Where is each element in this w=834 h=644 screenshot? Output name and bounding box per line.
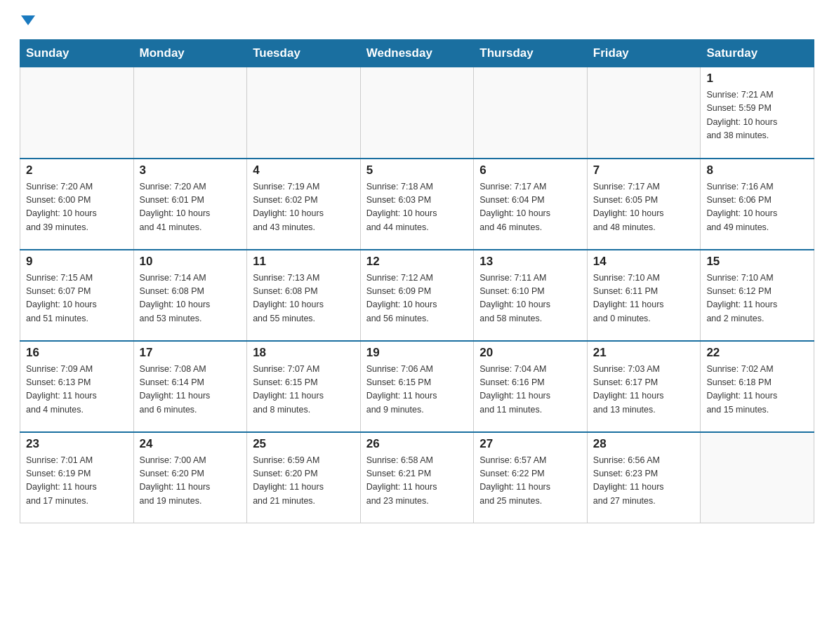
calendar-week-row: 2Sunrise: 7:20 AM Sunset: 6:00 PM Daylig… <box>20 159 814 250</box>
calendar-cell: 3Sunrise: 7:20 AM Sunset: 6:01 PM Daylig… <box>133 159 247 250</box>
calendar-cell: 10Sunrise: 7:14 AM Sunset: 6:08 PM Dayli… <box>133 250 247 341</box>
day-number: 25 <box>253 437 355 451</box>
calendar-cell: 21Sunrise: 7:03 AM Sunset: 6:17 PM Dayli… <box>587 341 701 432</box>
calendar-cell: 4Sunrise: 7:19 AM Sunset: 6:02 PM Daylig… <box>247 159 361 250</box>
calendar-cell: 24Sunrise: 7:00 AM Sunset: 6:20 PM Dayli… <box>133 432 247 523</box>
weekday-header-friday: Friday <box>587 40 701 67</box>
day-number: 23 <box>26 437 128 451</box>
day-number: 16 <box>26 346 128 360</box>
day-info: Sunrise: 7:14 AM Sunset: 6:08 PM Dayligh… <box>140 271 241 326</box>
day-info: Sunrise: 7:09 AM Sunset: 6:13 PM Dayligh… <box>26 363 128 417</box>
day-number: 5 <box>366 163 468 177</box>
weekday-header-thursday: Thursday <box>474 40 588 67</box>
page-header <box>20 17 814 27</box>
day-info: Sunrise: 7:21 AM Sunset: 5:59 PM Dayligh… <box>706 88 808 143</box>
day-info: Sunrise: 6:56 AM Sunset: 6:23 PM Dayligh… <box>593 454 695 509</box>
calendar-cell: 12Sunrise: 7:12 AM Sunset: 6:09 PM Dayli… <box>360 250 474 341</box>
day-info: Sunrise: 7:02 AM Sunset: 6:18 PM Dayligh… <box>706 363 808 417</box>
day-number: 17 <box>140 346 241 360</box>
calendar-cell: 11Sunrise: 7:13 AM Sunset: 6:08 PM Dayli… <box>247 250 361 341</box>
day-number: 8 <box>706 163 808 177</box>
calendar-cell: 15Sunrise: 7:10 AM Sunset: 6:12 PM Dayli… <box>701 250 814 341</box>
calendar-cell: 28Sunrise: 6:56 AM Sunset: 6:23 PM Dayli… <box>587 432 701 523</box>
weekday-header-row: SundayMondayTuesdayWednesdayThursdayFrid… <box>20 40 814 67</box>
day-number: 27 <box>479 437 581 451</box>
calendar-cell: 22Sunrise: 7:02 AM Sunset: 6:18 PM Dayli… <box>701 341 814 432</box>
calendar-cell: 18Sunrise: 7:07 AM Sunset: 6:15 PM Dayli… <box>247 341 361 432</box>
day-info: Sunrise: 7:10 AM Sunset: 6:11 PM Dayligh… <box>593 271 695 326</box>
weekday-header-wednesday: Wednesday <box>360 40 474 67</box>
weekday-header-tuesday: Tuesday <box>247 40 361 67</box>
logo-triangle-icon <box>21 15 35 25</box>
calendar-cell <box>360 67 474 159</box>
weekday-header-monday: Monday <box>133 40 247 67</box>
calendar-cell <box>587 67 701 159</box>
day-number: 11 <box>253 255 355 269</box>
calendar-cell: 8Sunrise: 7:16 AM Sunset: 6:06 PM Daylig… <box>701 159 814 250</box>
calendar-week-row: 23Sunrise: 7:01 AM Sunset: 6:19 PM Dayli… <box>20 432 814 523</box>
day-number: 7 <box>593 163 695 177</box>
calendar-cell: 19Sunrise: 7:06 AM Sunset: 6:15 PM Dayli… <box>360 341 474 432</box>
day-info: Sunrise: 6:57 AM Sunset: 6:22 PM Dayligh… <box>479 454 581 509</box>
day-number: 13 <box>479 255 581 269</box>
calendar-cell: 13Sunrise: 7:11 AM Sunset: 6:10 PM Dayli… <box>474 250 588 341</box>
day-info: Sunrise: 7:17 AM Sunset: 6:05 PM Dayligh… <box>593 180 695 235</box>
weekday-header-sunday: Sunday <box>20 40 134 67</box>
day-number: 1 <box>706 72 808 86</box>
day-info: Sunrise: 7:17 AM Sunset: 6:04 PM Dayligh… <box>479 180 581 235</box>
calendar-week-row: 16Sunrise: 7:09 AM Sunset: 6:13 PM Dayli… <box>20 341 814 432</box>
day-number: 15 <box>706 255 808 269</box>
calendar-cell: 2Sunrise: 7:20 AM Sunset: 6:00 PM Daylig… <box>20 159 134 250</box>
day-info: Sunrise: 7:00 AM Sunset: 6:20 PM Dayligh… <box>140 454 241 509</box>
day-info: Sunrise: 7:19 AM Sunset: 6:02 PM Dayligh… <box>253 180 355 235</box>
day-number: 18 <box>253 346 355 360</box>
calendar-week-row: 1Sunrise: 7:21 AM Sunset: 5:59 PM Daylig… <box>20 67 814 159</box>
day-info: Sunrise: 7:06 AM Sunset: 6:15 PM Dayligh… <box>366 363 468 417</box>
calendar-cell <box>20 67 134 159</box>
day-number: 3 <box>140 163 241 177</box>
day-info: Sunrise: 6:59 AM Sunset: 6:20 PM Dayligh… <box>253 454 355 509</box>
logo <box>20 17 35 27</box>
calendar-cell: 14Sunrise: 7:10 AM Sunset: 6:11 PM Dayli… <box>587 250 701 341</box>
day-info: Sunrise: 7:03 AM Sunset: 6:17 PM Dayligh… <box>593 363 695 417</box>
calendar-cell: 9Sunrise: 7:15 AM Sunset: 6:07 PM Daylig… <box>20 250 134 341</box>
calendar-cell <box>701 432 814 523</box>
calendar-cell: 16Sunrise: 7:09 AM Sunset: 6:13 PM Dayli… <box>20 341 134 432</box>
calendar-cell: 26Sunrise: 6:58 AM Sunset: 6:21 PM Dayli… <box>360 432 474 523</box>
calendar-cell: 27Sunrise: 6:57 AM Sunset: 6:22 PM Dayli… <box>474 432 588 523</box>
day-info: Sunrise: 7:07 AM Sunset: 6:15 PM Dayligh… <box>253 363 355 417</box>
day-number: 14 <box>593 255 695 269</box>
day-number: 6 <box>479 163 581 177</box>
day-number: 21 <box>593 346 695 360</box>
day-info: Sunrise: 7:11 AM Sunset: 6:10 PM Dayligh… <box>479 271 581 326</box>
day-number: 10 <box>140 255 241 269</box>
calendar-cell: 20Sunrise: 7:04 AM Sunset: 6:16 PM Dayli… <box>474 341 588 432</box>
day-info: Sunrise: 7:10 AM Sunset: 6:12 PM Dayligh… <box>706 271 808 326</box>
calendar-week-row: 9Sunrise: 7:15 AM Sunset: 6:07 PM Daylig… <box>20 250 814 341</box>
day-info: Sunrise: 7:13 AM Sunset: 6:08 PM Dayligh… <box>253 271 355 326</box>
calendar-cell <box>133 67 247 159</box>
day-number: 12 <box>366 255 468 269</box>
day-info: Sunrise: 7:16 AM Sunset: 6:06 PM Dayligh… <box>706 180 808 235</box>
day-number: 9 <box>26 255 128 269</box>
calendar-table: SundayMondayTuesdayWednesdayThursdayFrid… <box>20 39 814 523</box>
day-number: 22 <box>706 346 808 360</box>
calendar-cell: 17Sunrise: 7:08 AM Sunset: 6:14 PM Dayli… <box>133 341 247 432</box>
day-info: Sunrise: 7:08 AM Sunset: 6:14 PM Dayligh… <box>140 363 241 417</box>
day-info: Sunrise: 7:20 AM Sunset: 6:00 PM Dayligh… <box>26 180 128 235</box>
day-number: 26 <box>366 437 468 451</box>
day-number: 19 <box>366 346 468 360</box>
day-info: Sunrise: 7:12 AM Sunset: 6:09 PM Dayligh… <box>366 271 468 326</box>
calendar-cell: 1Sunrise: 7:21 AM Sunset: 5:59 PM Daylig… <box>701 67 814 159</box>
calendar-cell <box>474 67 588 159</box>
day-info: Sunrise: 7:18 AM Sunset: 6:03 PM Dayligh… <box>366 180 468 235</box>
day-info: Sunrise: 7:04 AM Sunset: 6:16 PM Dayligh… <box>479 363 581 417</box>
weekday-header-saturday: Saturday <box>701 40 814 67</box>
calendar-cell: 25Sunrise: 6:59 AM Sunset: 6:20 PM Dayli… <box>247 432 361 523</box>
calendar-cell: 6Sunrise: 7:17 AM Sunset: 6:04 PM Daylig… <box>474 159 588 250</box>
day-info: Sunrise: 6:58 AM Sunset: 6:21 PM Dayligh… <box>366 454 468 509</box>
day-number: 2 <box>26 163 128 177</box>
calendar-cell: 5Sunrise: 7:18 AM Sunset: 6:03 PM Daylig… <box>360 159 474 250</box>
calendar-cell: 23Sunrise: 7:01 AM Sunset: 6:19 PM Dayli… <box>20 432 134 523</box>
day-number: 20 <box>479 346 581 360</box>
